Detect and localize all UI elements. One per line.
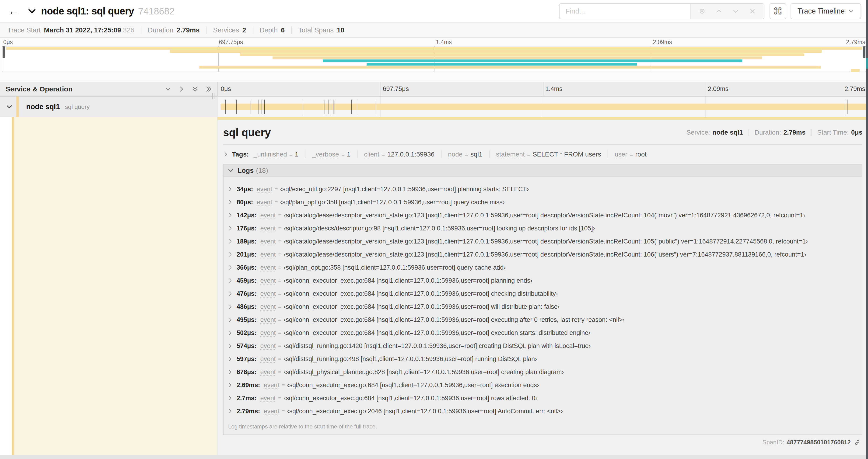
clear-find-x-icon[interactable] [749, 8, 756, 15]
tags-accordion[interactable]: Tags: _unfinished=1_verbose=1client=127.… [223, 151, 862, 158]
log-marker-tick [251, 100, 251, 114]
log-row[interactable]: 366μs:event=‹sql/plan_opt.go:358 [nsql1,… [223, 261, 862, 274]
span-detail-body: sql query Service:node sql1Duration:2.79… [217, 120, 868, 455]
minimap-right-drag-handle[interactable] [863, 46, 865, 58]
log-row[interactable]: 678μs:event=‹sql/distsql_physical_planne… [223, 365, 862, 379]
log-field-value: ‹sql/conn_executor_exec.go:684 [nsql1,cl… [284, 303, 560, 310]
log-equals: = [278, 238, 281, 245]
span-id-row: SpanID: 4877749850101760812 [223, 439, 862, 446]
span-row-timeline-cell [217, 97, 868, 117]
log-field-value: ‹sql/conn_executor_exec.go:684 [nsql1,cl… [284, 395, 537, 402]
log-marker-tick [236, 100, 237, 114]
log-row[interactable]: 2.79ms:event=‹sql/conn_executor_exec.go:… [223, 405, 862, 418]
log-row[interactable]: 189μs:event=‹sql/catalog/lease/descripto… [223, 235, 862, 248]
log-marker-tick [324, 100, 325, 114]
log-field-value: ‹sql/plan_opt.go:358 [nsql1,client=127.0… [284, 264, 506, 271]
meta-label: Duration: [754, 129, 781, 136]
view-selector-button[interactable]: Trace Timeline [790, 3, 861, 19]
detail-meta-item: Duration:2.79ms [754, 129, 806, 136]
tag-equals: = [382, 151, 385, 158]
log-equals: = [278, 277, 281, 284]
log-field-key: event [264, 408, 279, 415]
detail-left-gutter [0, 117, 12, 455]
span-operation-name: sql query [65, 103, 90, 110]
minimap-left-drag-handle[interactable] [3, 46, 5, 58]
stat-value: March 31 2022, 17:25:09 [44, 26, 121, 34]
span-duration-bar[interactable] [220, 104, 866, 110]
log-chevron-right-icon [228, 265, 235, 270]
log-chevron-right-icon [228, 343, 235, 349]
log-chevron-right-icon [228, 213, 235, 218]
log-row[interactable]: 80μs:event=‹sql/plan_opt.go:358 [nsql1,c… [223, 196, 862, 209]
log-row[interactable]: 176μs:event=‹sql/catalog/descs/descripto… [223, 222, 862, 235]
stat-label: Trace Start [7, 26, 40, 34]
log-timestamp: 34μs: [237, 186, 253, 193]
log-equals: = [278, 317, 281, 323]
log-row[interactable]: 495μs:event=‹sql/conn_executor_exec.go:6… [223, 313, 862, 326]
detail-left-fill [14, 117, 217, 455]
log-marker-tick [376, 100, 376, 114]
tag-item: _verbose=1 [312, 151, 350, 158]
log-row[interactable]: 459μs:event=‹sql/conn_executor_exec.go:6… [223, 274, 862, 287]
timeline-header-row: Service & Operation 0μs697.75μs1.4ms2.09… [0, 81, 868, 97]
log-row[interactable]: 476μs:event=‹sql/conn_executor_exec.go:6… [223, 287, 862, 300]
span-collapse-chevron-down-icon[interactable] [6, 104, 12, 110]
trace-stat-item: Trace StartMarch 31 2022, 17:25:09.326 [7, 26, 134, 34]
log-field-key: event [260, 212, 276, 219]
log-chevron-right-icon [228, 317, 235, 322]
log-row[interactable]: 142μs:event=‹sql/catalog/lease/descripto… [223, 209, 862, 222]
timeline-tick-label: 0μs [221, 85, 231, 93]
log-row[interactable]: 34μs:event=‹sql/exec_util.go:2297 [nsql1… [223, 183, 862, 196]
expand-one-chevron-right-icon[interactable] [178, 86, 185, 92]
locate-icon[interactable] [699, 8, 706, 15]
column-resizer-grip[interactable] [212, 93, 214, 99]
logs-footnote: Log timestamps are relative to the start… [223, 420, 862, 434]
back-button[interactable]: ← [7, 6, 21, 17]
span-color-top-bar [217, 117, 868, 120]
expand-all-double-chevron-right-icon[interactable] [205, 86, 212, 92]
timeline-ticks-header: 0μs697.75μs1.4ms2.09ms2.79ms [217, 82, 868, 96]
tag-value: sql1 [470, 151, 482, 158]
trace-id: 7418682 [138, 6, 175, 17]
detail-meta-item: Service:node sql1 [686, 129, 743, 136]
log-chevron-right-icon [228, 278, 235, 283]
log-row[interactable]: 502μs:event=‹sql/conn_executor_exec.go:6… [223, 326, 862, 339]
log-field-key: event [257, 186, 272, 193]
stat-suffix: .326 [121, 26, 134, 34]
logs-count: (18) [256, 167, 268, 174]
log-chevron-right-icon [228, 356, 235, 362]
minimap-canvas[interactable] [2, 46, 866, 72]
log-row[interactable]: 574μs:event=‹sql/distsql_running.go:1420… [223, 339, 862, 352]
logs-title: Logs [238, 167, 254, 174]
tag-item: _unfinished=1 [254, 151, 299, 158]
tag-value: root [636, 151, 647, 158]
log-marker-tick [357, 100, 357, 114]
find-next-chevron-down-icon[interactable] [732, 8, 739, 15]
find-input[interactable] [560, 4, 690, 19]
trace-title-chevron-down-icon[interactable] [28, 7, 36, 15]
span-row-name-cell[interactable]: node sql1 sql query [0, 97, 217, 117]
log-field-key: event [260, 368, 276, 376]
log-chevron-right-icon [228, 330, 235, 335]
find-prev-chevron-up-icon[interactable] [715, 8, 722, 15]
deep-link-icon[interactable] [854, 439, 861, 446]
log-row[interactable]: 2.69ms:event=‹sql/conn_executor_exec.go:… [223, 379, 862, 392]
log-chevron-right-icon [228, 252, 235, 257]
minimap-tick-label: 2.09ms [653, 39, 672, 45]
collapse-one-chevron-down-icon[interactable] [165, 86, 171, 92]
tag-divider [305, 151, 305, 158]
log-row[interactable]: 2.7ms:event=‹sql/conn_executor_exec.go:6… [223, 392, 862, 405]
log-row[interactable]: 201μs:event=‹sql/catalog/lease/descripto… [223, 248, 862, 261]
keyboard-shortcuts-button[interactable]: ⌘ [770, 3, 786, 19]
log-timestamp: 189μs: [237, 238, 257, 245]
collapse-all-double-chevron-down-icon[interactable] [192, 86, 198, 92]
span-service-name[interactable]: node sql1 [26, 103, 60, 111]
log-field-key: event [257, 199, 272, 206]
tag-key: _unfinished [254, 151, 287, 158]
log-field-value: ‹sql/conn_executor_exec.go:684 [nsql1,cl… [284, 329, 591, 336]
tags-label: Tags: [232, 151, 249, 158]
logs-accordion-header[interactable]: Logs (18) [223, 164, 862, 177]
log-row[interactable]: 597μs:event=‹sql/distsql_running.go:498 … [223, 352, 862, 365]
minimap-span [6, 47, 862, 50]
log-row[interactable]: 486μs:event=‹sql/conn_executor_exec.go:6… [223, 300, 862, 313]
